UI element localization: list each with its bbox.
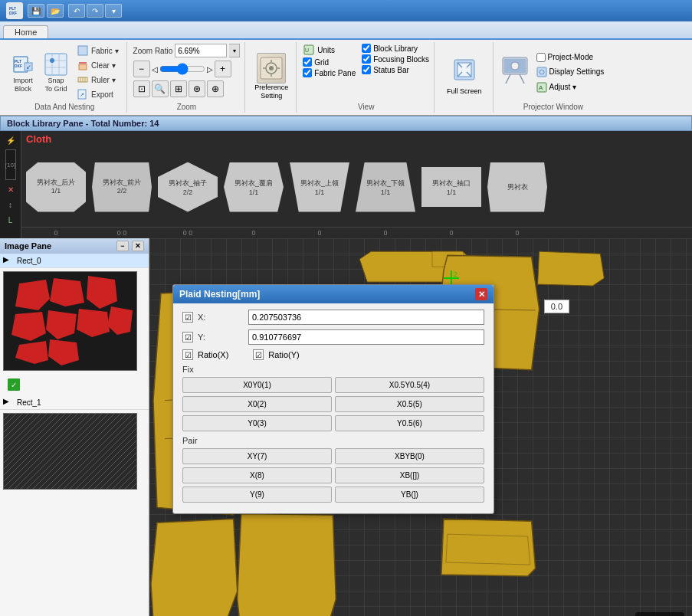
zoom-actual-btn[interactable]: 🔍 [152, 80, 169, 97]
coord-value: 0.0 [551, 302, 562, 311]
open-btn[interactable]: 📂 [47, 4, 64, 18]
sidebar-btn-3[interactable]: ✕ [3, 183, 18, 195]
block-shape-2[interactable]: 男衬衣_袖子2/2 [158, 162, 218, 212]
plaid-nesting-dialog: Plaid Nesting[mm] ✕ ☑ X: ☑ Y: [172, 284, 494, 514]
preference-setting-btn[interactable]: PreferenceSetting [251, 51, 291, 102]
fabric-pane-checkbox[interactable] [303, 68, 312, 77]
block-numbers-row: 0 0 0 0 0 0 0 0 0 0 [21, 227, 692, 238]
pair-btn-1[interactable]: X(8) [182, 467, 332, 483]
tab-home[interactable]: Home [3, 25, 48, 38]
display-settings-btn[interactable]: Display Settings [533, 65, 608, 79]
snap-to-grid-label: SnapTo Grid [44, 77, 67, 93]
fix-btn-2[interactable]: Y0(3) [182, 415, 332, 431]
y-input[interactable] [248, 329, 484, 345]
block-shape-7[interactable]: 男衬衣 [487, 162, 547, 212]
cloth-label: Cloth [21, 131, 692, 147]
grid-row: Grid [303, 57, 356, 67]
block-shape-1[interactable]: 男衬衣_前片2/2 [92, 162, 152, 212]
dialog-body: ☑ X: ☑ Y: ☑ Ratio(X) ☑ [173, 303, 494, 513]
fix-btn-5[interactable]: Y0.5(6) [335, 415, 484, 431]
extra-btn[interactable]: ▾ [105, 4, 122, 18]
zoom-ratio-dropdown[interactable]: ▾ [229, 44, 240, 57]
projector-icon-area: Project-Mode Display Settings A Adjust ▾ [500, 51, 608, 94]
zoom-minus-btn[interactable]: − [133, 61, 150, 77]
fix-btn-4[interactable]: X0.5(5) [335, 396, 484, 412]
status-bar-checkbox[interactable] [362, 65, 371, 74]
view-cols: U Units Grid Fabric Pane [303, 44, 429, 77]
image-item-rect0[interactable]: ▶ Rect_0 [0, 254, 149, 268]
block-shape-0[interactable]: 男衬衣_后片1/1 [26, 162, 86, 212]
pair-btn-5[interactable]: YB(]) [335, 487, 484, 503]
svg-marker-49 [50, 278, 84, 306]
block-shape-6[interactable]: 男衬衣_袖口1/1 [421, 162, 481, 212]
fix-btn-1[interactable]: X0(2) [182, 396, 332, 412]
block-shape-3[interactable]: 男衬衣_覆肩1/1 [224, 162, 284, 212]
undo-btn[interactable]: ↶ [68, 4, 85, 18]
ribbon-tabs: Home [0, 21, 692, 38]
export-label: Export [91, 90, 113, 99]
export-btn[interactable]: ↗ Export [74, 87, 122, 101]
image-pane-minimize-btn[interactable]: − [116, 241, 129, 251]
adjust-icon: A [536, 82, 547, 93]
full-screen-btn[interactable]: Full Screen [441, 55, 488, 99]
block-shape-4[interactable]: 男衬衣_上领1/1 [290, 162, 349, 212]
svg-text:DXF: DXF [9, 11, 17, 15]
pair-section-label: Pair [182, 436, 484, 445]
zoom-fit-btn[interactable]: ⊡ [133, 80, 150, 97]
zoom-plus-btn[interactable]: + [215, 61, 231, 77]
fix-btn-0[interactable]: X0Y0(1) [182, 377, 332, 393]
fix-btn-3[interactable]: X0.5Y0.5(4) [335, 377, 484, 393]
y-checkbox[interactable]: ☑ [182, 332, 193, 342]
dialog-x-row: ☑ X: [182, 310, 484, 325]
import-block-btn[interactable]: PLT DXF ↙ ImportBlock [8, 51, 38, 95]
sidebar-btn-l[interactable]: L [3, 214, 18, 226]
pair-btn-2[interactable]: Y(9) [182, 487, 332, 503]
clear-icon [77, 59, 89, 71]
zoom-window-btn[interactable]: ⊞ [170, 80, 187, 97]
dialog-close-btn[interactable]: ✕ [475, 288, 487, 300]
project-mode-btn[interactable]: Project-Mode [533, 51, 608, 64]
clear-btn[interactable]: Clear ▾ [74, 58, 122, 72]
ratio-x-checkbox[interactable]: ☑ [182, 349, 193, 360]
image-pane-close-btn[interactable]: ✕ [132, 241, 144, 251]
x-input[interactable] [248, 310, 484, 325]
adjust-btn[interactable]: A Adjust ▾ [533, 80, 608, 94]
block-shape-5[interactable]: 男衬衣_下领1/1 [356, 162, 415, 212]
pair-btn-0[interactable]: XY(7) [182, 448, 332, 464]
sidebar-btn-1[interactable]: ⚡ [3, 134, 18, 146]
coord-display: 0.0 [544, 300, 569, 313]
sidebar-btn-2[interactable]: [10] [5, 149, 16, 180]
snap-to-grid-btn[interactable]: SnapTo Grid [41, 51, 71, 95]
app-logo: PLT DXF [6, 2, 23, 19]
dialog-title-text: Plaid Nesting[mm] [179, 289, 260, 300]
zoom-slider[interactable] [159, 63, 205, 75]
redo-btn[interactable]: ↷ [87, 4, 103, 18]
save-btn[interactable]: 💾 [28, 4, 44, 18]
ruler-icon [77, 74, 89, 86]
zoom-ratio-input[interactable] [175, 44, 227, 57]
fabric-btn[interactable]: Fabric ▾ [74, 44, 122, 57]
group-view: U Units Grid Fabric Pane [298, 42, 435, 113]
image-item-rect1[interactable]: ▶ Rect_1 [0, 395, 149, 410]
clear-label: Clear ▾ [91, 61, 116, 70]
grid-checkbox[interactable] [303, 57, 312, 67]
block-library-checkbox[interactable] [362, 44, 371, 53]
ribbon: Home PLT DXF ↙ ImportBlo [0, 21, 692, 116]
zoom-full-btn[interactable]: ⊕ [207, 80, 224, 97]
ruler-btn[interactable]: Ruler ▾ [74, 73, 122, 87]
ratio-y-checkbox[interactable]: ☑ [253, 349, 264, 360]
pair-btn-3[interactable]: XBYB(0) [335, 448, 484, 464]
units-row: U Units [303, 44, 356, 56]
svg-text:2: 2 [454, 270, 458, 278]
image-pane-title: Image Pane [5, 241, 51, 251]
pair-btn-4[interactable]: XB([]) [335, 467, 484, 483]
group-zoom: Zoom Ratio ▾ − ◁ ▷ + ⊡ 🔍 ⊞ [129, 42, 246, 113]
export-icon: ↗ [77, 88, 89, 100]
zoom-items: Zoom Ratio ▾ − ◁ ▷ + ⊡ 🔍 ⊞ [133, 44, 241, 101]
sidebar-btn-4[interactable]: ↕ [3, 198, 18, 211]
svg-line-42 [520, 74, 524, 84]
zoom-pan-btn[interactable]: ⊛ [189, 80, 205, 97]
focusing-blocks-checkbox[interactable] [362, 54, 371, 64]
project-mode-checkbox[interactable] [536, 53, 546, 62]
x-checkbox[interactable]: ☑ [182, 312, 193, 323]
